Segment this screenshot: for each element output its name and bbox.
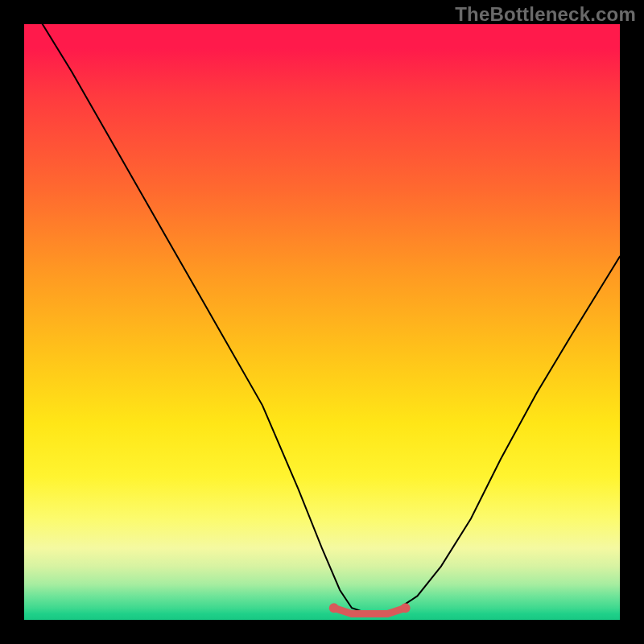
bottleneck-curve (24, 24, 620, 614)
highlight-endpoint-dot (401, 603, 411, 613)
flat-floor-highlight (334, 608, 406, 613)
plot-area (24, 24, 620, 620)
chart-frame: TheBottleneck.com (0, 0, 644, 644)
highlight-endpoint-dot (329, 603, 339, 613)
bottleneck-curve-svg (24, 24, 620, 620)
watermark-text: TheBottleneck.com (455, 3, 636, 26)
